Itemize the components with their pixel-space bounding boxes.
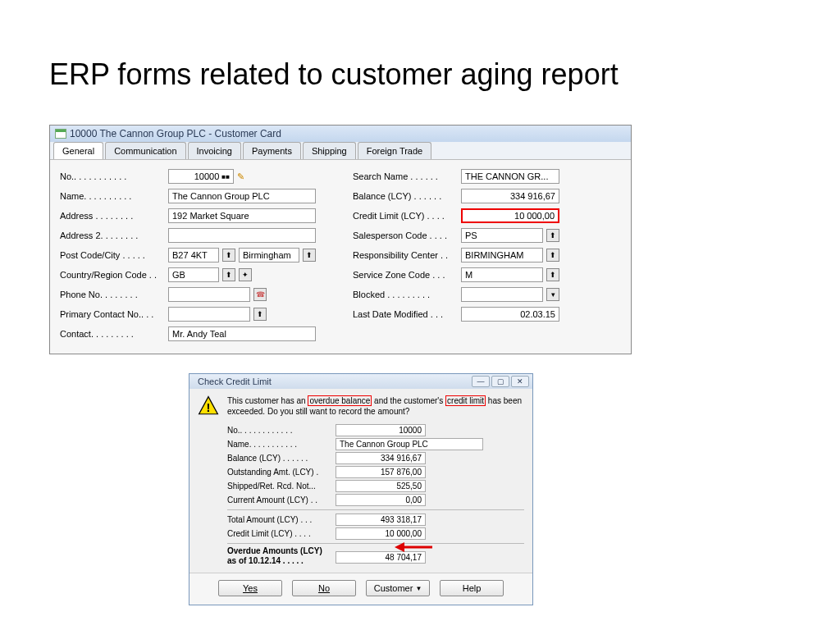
field-address[interactable]: 192 Market Square xyxy=(168,208,316,223)
minimize-button[interactable]: — xyxy=(472,376,490,387)
label-contact: Contact. . . . . . . . . xyxy=(60,329,165,339)
yes-button[interactable]: Yes xyxy=(218,580,282,596)
customer-card-window: 10000 The Cannon Group PLC - Customer Ca… xyxy=(49,125,632,354)
slide-title: ERP forms related to customer aging repo… xyxy=(49,57,619,92)
label-primary-contact: Primary Contact No.. . . xyxy=(60,309,165,319)
d-field-balance: 334 916,67 xyxy=(336,452,426,464)
lookup-responsibility[interactable]: ⬆ xyxy=(546,249,559,262)
d-field-outstanding: 157 876,00 xyxy=(336,466,426,478)
label-name: Name. . . . . . . . . . xyxy=(60,191,165,201)
label-salesperson: Salesperson Code . . . . xyxy=(353,231,458,240)
field-city[interactable]: Birmingham xyxy=(239,248,299,262)
dropdown-blocked[interactable]: ▾ xyxy=(546,288,559,301)
warning-icon: ! xyxy=(198,395,219,417)
label-phone: Phone No. . . . . . . . xyxy=(60,290,165,299)
message-area: ! This customer has an overdue balance a… xyxy=(189,389,532,422)
field-phone[interactable] xyxy=(168,287,250,302)
field-blocked[interactable] xyxy=(461,287,543,302)
field-no[interactable]: 10000 ■■ xyxy=(168,169,234,184)
tab-invoicing[interactable]: Invoicing xyxy=(188,142,241,159)
tab-general[interactable]: General xyxy=(53,142,103,159)
tab-communication[interactable]: Communication xyxy=(105,142,185,159)
d-field-current: 0,00 xyxy=(336,494,426,506)
tab-row: General Communication Invoicing Payments… xyxy=(50,142,631,160)
label-search: Search Name . . . . . . xyxy=(353,171,458,181)
lookup-city[interactable]: ⬆ xyxy=(303,249,316,262)
button-row: Yes No Customer▼ Help xyxy=(189,573,532,605)
label-service-zone: Service Zone Code . . . xyxy=(353,270,458,280)
edit-icon[interactable]: ✎ xyxy=(237,171,244,182)
lookup-zone[interactable]: ⬆ xyxy=(546,268,559,281)
d-field-name: The Cannon Group PLC xyxy=(336,438,483,450)
label-country: Country/Region Code . . xyxy=(60,270,165,280)
dialog-titlebar: Check Credit Limit — ▢ ✕ xyxy=(189,374,532,389)
field-balance[interactable]: 334 916,67 xyxy=(461,189,559,203)
dialog-body: No.. . . . . . . . . . . .10000 Name. . … xyxy=(189,422,532,573)
field-address2[interactable] xyxy=(168,228,316,243)
label-address2: Address 2. . . . . . . . xyxy=(60,231,165,240)
field-contact[interactable]: Mr. Andy Teal xyxy=(168,326,316,341)
field-modified: 02.03.15 xyxy=(461,307,559,322)
tab-foreign-trade[interactable]: Foreign Trade xyxy=(358,142,431,159)
d-label-credit: Credit Limit (LCY) . . . . xyxy=(227,529,332,538)
field-responsibility[interactable]: BIRMINGHAM xyxy=(461,248,543,262)
field-primary-contact[interactable] xyxy=(168,307,250,322)
d-field-total: 493 318,17 xyxy=(336,514,426,526)
no-button[interactable]: No xyxy=(292,580,356,596)
label-modified: Last Date Modified . . . xyxy=(353,309,458,319)
maximize-button[interactable]: ▢ xyxy=(491,376,509,387)
form-icon xyxy=(55,129,66,139)
d-label-balance: Balance (LCY) . . . . . . xyxy=(227,454,332,463)
svg-text:!: ! xyxy=(207,401,211,414)
field-salesperson[interactable]: PS xyxy=(461,228,543,243)
form-body: No.. . . . . . . . . . . 10000 ■■ ✎ Name… xyxy=(50,160,631,354)
label-no: No.. . . . . . . . . . . xyxy=(60,171,165,181)
d-field-no: 10000 xyxy=(336,424,426,436)
right-column: Search Name . . . . . . THE CANNON GR...… xyxy=(353,168,621,342)
lookup-country[interactable]: ⬆ xyxy=(222,268,235,281)
d-label-overdue: Overdue Amounts (LCY)as of 10.12.14 . . … xyxy=(227,546,332,566)
tab-payments[interactable]: Payments xyxy=(243,142,301,159)
titlebar: 10000 The Cannon Group PLC - Customer Ca… xyxy=(50,126,631,142)
d-label-no: No.. . . . . . . . . . . . xyxy=(227,426,332,435)
field-name[interactable]: The Cannon Group PLC xyxy=(168,189,316,203)
customer-button[interactable]: Customer▼ xyxy=(366,580,430,596)
left-column: No.. . . . . . . . . . . 10000 ■■ ✎ Name… xyxy=(60,168,328,342)
tab-shipping[interactable]: Shipping xyxy=(303,142,356,159)
field-service-zone[interactable]: M xyxy=(461,267,543,282)
d-field-shipped: 525,50 xyxy=(336,480,426,492)
field-country[interactable]: GB xyxy=(168,267,219,282)
credit-limit-dialog: Check Credit Limit — ▢ ✕ ! This customer… xyxy=(189,373,533,605)
label-blocked: Blocked . . . . . . . . . xyxy=(353,290,458,299)
phone-icon[interactable]: ☎ xyxy=(253,288,267,301)
lookup-postcode[interactable]: ⬆ xyxy=(222,249,235,262)
map-icon[interactable]: ✦ xyxy=(239,268,252,281)
d-label-total: Total Amount (LCY) . . . xyxy=(227,515,332,524)
d-label-name: Name. . . . . . . . . . . xyxy=(227,440,332,449)
message-text: This customer has an overdue balance and… xyxy=(227,395,524,417)
label-responsibility: Responsibility Center . . xyxy=(353,250,458,260)
d-label-current: Current Amount (LCY) . . xyxy=(227,495,332,504)
lookup-primary[interactable]: ⬆ xyxy=(253,308,267,321)
label-address: Address . . . . . . . . xyxy=(60,211,165,221)
close-button[interactable]: ✕ xyxy=(511,376,529,387)
help-button[interactable]: Help xyxy=(440,580,504,596)
label-balance: Balance (LCY) . . . . . . xyxy=(353,191,458,201)
dialog-title: Check Credit Limit xyxy=(198,377,272,386)
field-postcode[interactable]: B27 4KT xyxy=(168,248,219,262)
lookup-salesperson[interactable]: ⬆ xyxy=(546,229,559,242)
d-field-credit: 10 000,00 xyxy=(336,527,426,540)
label-credit-limit: Credit Limit (LCY) . . . . xyxy=(353,211,458,221)
field-search[interactable]: THE CANNON GR... xyxy=(461,169,559,184)
d-label-shipped: Shipped/Ret. Rcd. Not... xyxy=(227,482,332,491)
field-credit-limit[interactable]: 10 000,00 xyxy=(461,208,559,223)
label-postcode: Post Code/City . . . . . xyxy=(60,250,165,260)
d-field-overdue: 48 704,17 xyxy=(336,551,426,564)
d-label-outstanding: Outstanding Amt. (LCY) . xyxy=(227,468,332,477)
window-title: 10000 The Cannon Group PLC - Customer Ca… xyxy=(70,128,281,139)
